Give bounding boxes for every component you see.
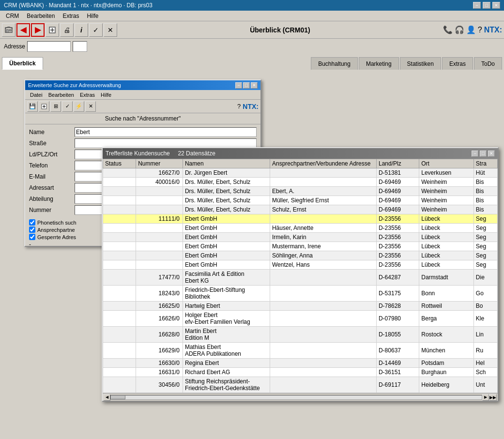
col-namen[interactable]: Namen bbox=[183, 159, 270, 168]
search-modal-maximize[interactable]: □ bbox=[243, 82, 250, 89]
menu-extras[interactable]: Extras bbox=[59, 12, 83, 20]
tab-extras[interactable]: Extras bbox=[442, 57, 473, 70]
search-modal-close[interactable]: ✕ bbox=[251, 82, 258, 89]
scrollbar-track[interactable] bbox=[110, 395, 482, 400]
table-row[interactable]: Ebert GmbH Irmelin, Karin D-23556 Lübeck… bbox=[103, 233, 498, 242]
results-controls[interactable]: − □ ✕ bbox=[472, 151, 495, 157]
results-close[interactable]: ✕ bbox=[488, 151, 495, 157]
check-button[interactable]: ✓ bbox=[89, 23, 103, 37]
maximize-button[interactable]: □ bbox=[483, 2, 490, 9]
cell-land: D-23556 bbox=[376, 260, 419, 270]
table-row[interactable]: Drs. Müller, Ebert, Schulz Müller, Siegf… bbox=[103, 196, 498, 205]
info-button[interactable]: i bbox=[75, 23, 88, 37]
table-row[interactable]: 16627/0 Dr. Jürgen Ebert D-51381 Leverku… bbox=[103, 168, 498, 178]
phonetisch-checkbox[interactable] bbox=[29, 219, 35, 226]
col-status[interactable]: Status bbox=[103, 159, 136, 168]
name-row: Name bbox=[29, 127, 257, 137]
table-row[interactable]: Ebert GmbH Söhlinger, Anna D-23556 Lübec… bbox=[103, 251, 498, 260]
search-menu-extras[interactable]: Extras bbox=[77, 91, 98, 98]
minimize-button[interactable]: − bbox=[473, 2, 481, 9]
address-input-2[interactable] bbox=[73, 41, 87, 52]
search-new-btn[interactable] bbox=[39, 101, 49, 112]
land-input[interactable] bbox=[75, 150, 104, 159]
table-row[interactable]: 18243/0 Friedrich-Ebert-StiftungBiblioth… bbox=[103, 286, 498, 302]
menu-hilfe[interactable]: Hilfe bbox=[83, 12, 102, 20]
table-row[interactable]: Drs. Müller, Ebert, Schulz Schulz, Ernst… bbox=[103, 205, 498, 214]
cell-status bbox=[103, 224, 136, 233]
gesperrte-label: Gesperrte Adres bbox=[37, 234, 76, 240]
table-row[interactable]: 17477/0 Facsimilia Art & EditionEbert KG… bbox=[103, 270, 498, 286]
search-menu-bearbeiten[interactable]: Bearbeiten bbox=[46, 91, 77, 98]
cell-status bbox=[103, 368, 136, 377]
back-button[interactable]: ◀ bbox=[16, 23, 30, 37]
table-row[interactable]: 16628/0 Martin EbertEdition M D-18055 Ro… bbox=[103, 327, 498, 343]
table-row[interactable]: 16625/0 Hartwig Ebert D-78628 Rottweil B… bbox=[103, 302, 498, 311]
help-icon[interactable]: ? bbox=[478, 26, 482, 34]
tab-statistiken[interactable]: Statistiken bbox=[400, 57, 441, 70]
table-row[interactable]: Ebert GmbH Wentzel, Hans D-23556 Lübeck … bbox=[103, 260, 498, 270]
table-row[interactable]: 16631/0 Richard Ebert AG D-36151 Burghau… bbox=[103, 368, 498, 377]
col-ansprechpartner[interactable]: Ansprechpartner/Verbundene Adresse bbox=[270, 159, 376, 168]
search-star-btn[interactable]: ⚡ bbox=[74, 101, 84, 112]
table-row[interactable]: 30456/0 Stiftung Reichspräsident-Friedri… bbox=[103, 377, 498, 393]
table-row[interactable]: 16629/0 Mathias EbertADERA Publikationen… bbox=[103, 343, 498, 359]
cell-status bbox=[103, 251, 136, 260]
search-modal-minimize[interactable]: − bbox=[235, 82, 242, 89]
scroll-left-button[interactable]: ◀ bbox=[104, 394, 110, 401]
gesperrte-checkbox[interactable] bbox=[29, 234, 35, 240]
strasse-input[interactable] bbox=[75, 138, 257, 148]
table-row[interactable]: 400016/0 Drs. Müller, Ebert, Schulz D-69… bbox=[103, 178, 498, 187]
table-row[interactable]: 11111/0 Ebert GmbH D-23556 Lübeck Seg bbox=[103, 214, 498, 224]
cell-nummer bbox=[136, 187, 183, 196]
cell-strasse: Bis bbox=[473, 187, 497, 196]
cell-strasse: Sch bbox=[473, 368, 497, 377]
search-modal-controls[interactable]: − □ ✕ bbox=[235, 82, 258, 89]
cell-ort: Lübeck bbox=[419, 214, 474, 224]
content-area: Erweiterte Suche zur Adressverwaltung − … bbox=[0, 70, 504, 439]
cell-namen: Facsimilia Art & EditionEbert KG bbox=[183, 270, 270, 286]
scroll-right-button[interactable]: ▶ bbox=[482, 394, 489, 401]
col-land[interactable]: Land/Plz bbox=[376, 159, 419, 168]
search-cancel-btn[interactable]: ✕ bbox=[85, 101, 96, 112]
scroll-more-button[interactable]: ▶▶ bbox=[489, 394, 497, 401]
col-strasse[interactable]: Stra bbox=[473, 159, 497, 168]
search-save-btn[interactable]: 💾 bbox=[27, 101, 38, 112]
window-controls[interactable]: − □ ✕ bbox=[473, 2, 500, 9]
search-grid-btn[interactable]: ⊞ bbox=[50, 101, 61, 112]
tab-buchhaltung[interactable]: Buchhaltung bbox=[311, 57, 358, 70]
table-row[interactable]: 16626/0 Holger Ebertefv-Ebert Familien V… bbox=[103, 311, 498, 327]
col-ort[interactable]: Ort bbox=[419, 159, 474, 168]
cancel-button[interactable]: ✕ bbox=[104, 23, 117, 37]
phone-icon[interactable]: 📞 bbox=[443, 25, 453, 34]
table-row[interactable]: Drs. Müller, Ebert, Schulz Ebert, A. D-6… bbox=[103, 187, 498, 196]
close-window-button[interactable]: ✕ bbox=[492, 2, 500, 9]
forward-button[interactable]: ▶ bbox=[31, 23, 45, 37]
search-menu-datei[interactable]: Datei bbox=[27, 91, 46, 98]
name-input[interactable] bbox=[75, 127, 257, 137]
cell-strasse: Seg bbox=[473, 242, 497, 251]
scrollbar-thumb[interactable] bbox=[111, 395, 125, 399]
search-help[interactable]: ? bbox=[237, 103, 241, 110]
address-input-1[interactable] bbox=[27, 41, 71, 52]
headset-icon[interactable]: 🎧 bbox=[455, 25, 464, 34]
home-button[interactable] bbox=[2, 23, 15, 37]
table-row[interactable]: 16630/0 Regina Ebert D-14469 Potsdam Hel bbox=[103, 359, 498, 368]
ansprechpartner-checkbox[interactable] bbox=[29, 227, 35, 233]
cell-strasse: Bis bbox=[473, 178, 497, 187]
table-row[interactable]: Ebert GmbH Mustermann, Irene D-23556 Lüb… bbox=[103, 242, 498, 251]
table-row[interactable]: Ebert GmbH Häuser, Annette D-23556 Lübec… bbox=[103, 224, 498, 233]
search-menu-hilfe[interactable]: Hilfe bbox=[98, 91, 114, 98]
new-button[interactable] bbox=[46, 23, 59, 37]
results-minimize[interactable]: − bbox=[472, 151, 478, 157]
menu-bearbeiten[interactable]: Bearbeiten bbox=[23, 12, 59, 20]
print-button[interactable]: 🖨 bbox=[60, 23, 74, 37]
tab-todo[interactable]: ToDo bbox=[474, 57, 502, 70]
menu-crm[interactable]: CRM bbox=[2, 12, 23, 20]
search-check-btn[interactable]: ✓ bbox=[62, 101, 73, 112]
tab-marketing[interactable]: Marketing bbox=[359, 57, 399, 70]
col-nummer[interactable]: Nummer bbox=[136, 159, 183, 168]
cell-namen: Hartwig Ebert bbox=[183, 302, 270, 311]
person-icon[interactable]: 👤 bbox=[466, 25, 476, 34]
tab-overview[interactable]: Überblick bbox=[2, 57, 43, 70]
results-restore[interactable]: □ bbox=[480, 151, 487, 157]
